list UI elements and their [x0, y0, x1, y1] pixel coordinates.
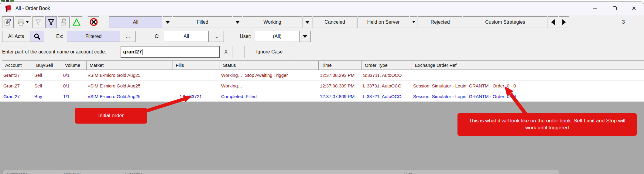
screen: All - Order Book ✕ — [0, 0, 644, 174]
column-header-time[interactable]: Time — [319, 61, 362, 70]
tab-filled[interactable]: Filled — [173, 16, 232, 28]
tab-rejected[interactable]: Rejected — [418, 16, 462, 28]
properties-icon — [4, 18, 12, 26]
cell-account: Grant27 — [0, 91, 31, 101]
cell-volume: 1/1 — [60, 91, 85, 101]
cancel-all-orders-button[interactable] — [88, 16, 99, 28]
cell-ordertype: L:33731, AutoOCO — [360, 80, 410, 91]
annotation-initial-order: Initial order — [75, 108, 147, 124]
text-caret — [142, 49, 143, 55]
filter-tab-held: Held on Server — [358, 16, 417, 28]
unlock-icon — [60, 18, 67, 26]
lock-button[interactable] — [58, 16, 70, 28]
cell-fills — [171, 70, 218, 80]
ignore-case-button[interactable]: Ignore Case — [245, 46, 294, 58]
orders-table: Account Buy/Sell Volume Market Fills Sta… — [0, 60, 644, 102]
cell-volume: 0/1 — [60, 70, 85, 80]
column-header-account[interactable]: Account — [2, 61, 33, 70]
user-label: User: — [240, 34, 251, 39]
column-header-exchangeorderref[interactable]: Exchange Order Ref — [412, 61, 644, 70]
column-header-market[interactable]: Market — [87, 61, 173, 70]
maximize-button[interactable] — [605, 2, 624, 15]
table-row[interactable]: Grant27 Sell 0/1 «SIM:E-micro Gold Aug25… — [0, 70, 644, 80]
table-row[interactable]: Grant27 Sell 0/1 «SIM:E-micro Gold Aug25… — [0, 80, 644, 91]
clear-search-button[interactable]: X — [220, 46, 232, 58]
tab-working[interactable]: Working — [243, 16, 302, 28]
minimize-icon — [593, 8, 597, 9]
account-search-row: Enter part of the account name or accoun… — [0, 43, 644, 60]
cell-exchangeorderref — [410, 70, 644, 80]
strip-label: Contract ID — [7, 172, 27, 174]
cell-ordertype: S:33711, AutoOCO — [360, 70, 410, 80]
account-search-input[interactable]: grant27 — [121, 46, 220, 58]
window-controls: ✕ — [585, 2, 644, 15]
tab-scroll-right-button[interactable] — [559, 16, 569, 28]
cell-buysell: Buy — [31, 91, 60, 101]
green-triangle-icon — [73, 19, 80, 26]
cell-volume: 0/1 — [60, 80, 85, 91]
order-count: 3 — [622, 19, 625, 25]
exchange-browse-button[interactable]: ... — [120, 31, 136, 42]
account-search-value: grant27 — [123, 49, 142, 55]
tab-scroll-left-button[interactable] — [548, 16, 558, 28]
cell-buysell: Sell — [31, 80, 60, 91]
cancel-all-icon — [90, 18, 98, 26]
main-toolbar: All Filled Working Canceled Held on Serv… — [0, 15, 644, 29]
filter-tab-working: Working — [243, 16, 312, 28]
print-button[interactable] — [15, 16, 31, 28]
cell-market: «SIM:E-micro Gold Aug25 — [85, 80, 171, 91]
user-filter-field[interactable]: (All) — [255, 31, 299, 42]
tab-held-on-server[interactable]: Held on Server — [358, 16, 409, 28]
tab-held-dropdown[interactable] — [410, 16, 417, 28]
order-book-window: All - Order Book ✕ — [0, 2, 644, 174]
chevron-down-icon — [165, 21, 170, 24]
cell-time: 12:37:08.293 PM — [317, 70, 360, 80]
tab-all-dropdown[interactable] — [163, 16, 172, 28]
cell-market: «SIM:E-micro Gold Aug25 — [85, 70, 171, 80]
cell-fills: 1 @ 33721 — [171, 91, 218, 101]
column-header-buysell[interactable]: Buy/Sell — [33, 61, 62, 70]
exchange-filter-field[interactable]: Filtered — [67, 31, 120, 42]
chevron-down-icon — [235, 21, 240, 24]
filter-toolbar: All Acts Ex: Filtered ... C: All ... Use… — [0, 29, 644, 43]
funnel-icon — [47, 18, 55, 26]
minimize-button[interactable] — [585, 2, 605, 15]
cell-status: Working… — [218, 80, 317, 91]
tab-canceled[interactable]: Canceled — [313, 16, 357, 28]
contract-browse-button[interactable]: ... — [209, 31, 224, 42]
account-search-button[interactable] — [30, 31, 44, 42]
close-button[interactable]: ✕ — [624, 2, 644, 15]
cell-time: 12:37:07.809 PM — [317, 91, 360, 101]
properties-button[interactable] — [2, 16, 14, 28]
filter-tab-rejected: Rejected — [418, 16, 462, 28]
strip-label: Exch — [404, 172, 413, 174]
arrow-left-icon — [551, 19, 555, 25]
cell-status: Working…, Stop Awaiting Trigger — [218, 70, 317, 80]
column-header-fills[interactable]: Fills — [173, 61, 220, 70]
close-icon: ✕ — [632, 5, 636, 11]
column-header-status[interactable]: Status — [220, 61, 319, 70]
tab-filled-dropdown[interactable] — [233, 16, 242, 28]
column-header-ordertype[interactable]: Order Type — [362, 61, 412, 70]
tab-custom-strategies[interactable]: Custom Strategies — [463, 16, 547, 28]
strip-label: Market ID — [63, 172, 80, 174]
chevron-down-icon — [305, 21, 310, 24]
filter-active-button[interactable] — [45, 16, 57, 28]
print-dropdown-icon — [26, 21, 29, 23]
strip-label: Exchange — [125, 172, 142, 174]
all-accounts-button[interactable]: All Acts — [2, 31, 30, 42]
account-search-label: Enter part of the account name or accoun… — [2, 49, 106, 55]
table-row[interactable]: Grant27 Buy 1/1 «SIM:E-micro Gold Aug25 … — [0, 91, 644, 102]
contract-filter-field[interactable]: All — [164, 31, 209, 42]
filter-inactive-button[interactable] — [33, 16, 44, 28]
tab-nav — [548, 16, 569, 28]
cell-ordertype: L:33721, AutoOCO — [360, 91, 410, 101]
cell-exchangeorderref: Session: Simulator - Login: GRANTM - Ord… — [410, 80, 644, 91]
tab-all[interactable]: All — [109, 16, 162, 28]
column-header-volume[interactable]: Volume — [62, 61, 87, 70]
tab-working-dropdown[interactable] — [303, 16, 312, 28]
support-resistance-button[interactable] — [71, 16, 82, 28]
user-dropdown-button[interactable] — [299, 31, 311, 42]
title-bar[interactable]: All - Order Book ✕ — [0, 2, 644, 15]
cell-status: Completed, Filled — [218, 91, 317, 101]
